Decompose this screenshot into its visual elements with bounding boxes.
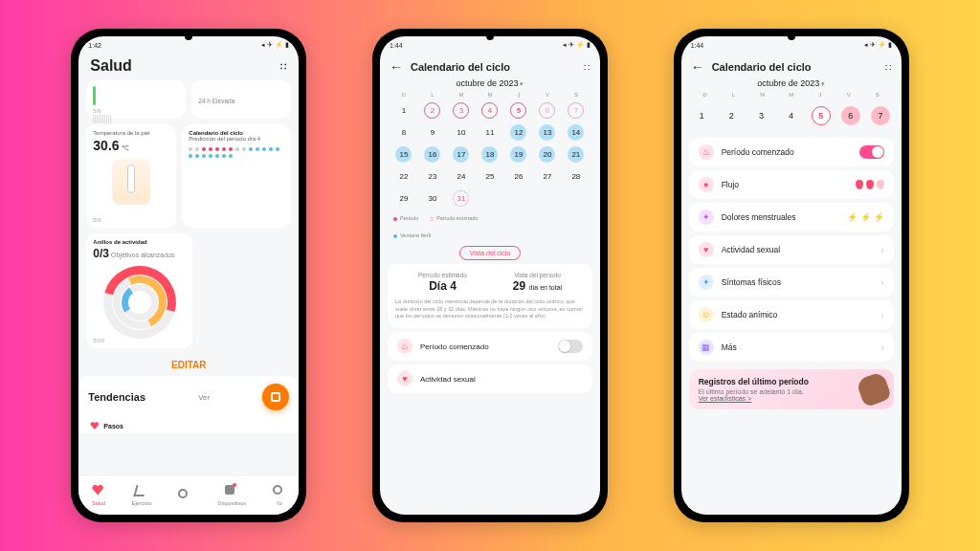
sexual-activity-row[interactable]: ♥ Actividad sexual [388, 364, 592, 393]
period-started-row[interactable]: ♨ Período comenzado [388, 332, 592, 361]
flame-icon: ♨ [699, 144, 714, 160]
chevron-right-icon: › [880, 310, 883, 320]
back-icon[interactable]: ← [691, 59, 704, 75]
chevron-right-icon: › [880, 277, 883, 288]
bolt-icon: ✦ [699, 209, 714, 225]
row-more[interactable]: ▦ Más› [689, 333, 894, 362]
heart-icon: ♥ [699, 242, 714, 257]
calendar-grid[interactable]: 1 2 3 4 5 6 7 8 9 10 11 12 13 14 15 16 1… [380, 98, 600, 211]
row-flow[interactable]: ● Flujo [689, 170, 894, 199]
flow-level[interactable] [856, 180, 884, 189]
row-mood[interactable]: ☺ Estado anímico› [689, 300, 894, 329]
cycle-dots [189, 147, 284, 158]
stress-card[interactable]: 5/9 [86, 80, 186, 119]
nav-watch[interactable] [178, 489, 191, 502]
row-period-started[interactable]: ♨ Período comenzado [689, 138, 894, 166]
pain-level[interactable]: ⚡⚡⚡ [847, 212, 884, 222]
row-sexual-activity[interactable]: ♥ Actividad sexual› [689, 235, 894, 264]
activity-rings-card[interactable]: Anillos de actividad 0/3Objetivos alcanz… [86, 233, 192, 348]
activity-rings-icon [103, 266, 176, 339]
smiley-icon: ☺ [699, 307, 714, 322]
phone-calendar-week: 1:44◂ ✈ ⚡ ▮ ← Calendario del ciclo ∷ oct… [674, 29, 909, 522]
week-row[interactable]: 1 2 3 4 5 6 7 [681, 98, 902, 134]
chevron-right-icon: › [880, 342, 883, 353]
sparkle-icon: ✦ [699, 275, 714, 290]
cycle-info-card: Período estimadoDía 4 Vista del período2… [388, 264, 592, 328]
flame-icon: ♨ [397, 339, 412, 354]
bottom-nav: Salud Ejercicio Dispositivos Yo [78, 474, 299, 515]
toggle-off[interactable] [558, 340, 583, 353]
toggle-on[interactable] [859, 145, 884, 159]
edit-button[interactable]: EDITAR [78, 354, 299, 376]
more-icon[interactable]: ∷ [584, 62, 590, 73]
nav-health[interactable]: Salud [92, 485, 105, 506]
phone-health: 1:42 ◂ ✈ ⚡ ▮ Salud ∷ 5/9 24 h Elevada Te… [71, 29, 306, 522]
grid-icon: ▦ [699, 340, 714, 355]
chevron-right-icon: › [880, 245, 883, 255]
nav-me[interactable]: Yo [273, 485, 286, 506]
skin-temp-card[interactable]: Temperatura de la piel 30.6℃ 5/9 [86, 124, 176, 228]
page-title: Salud [90, 57, 132, 75]
month-selector[interactable]: octubre de 2023 [380, 77, 600, 92]
row-cramps[interactable]: ✦ Dolores menstruales ⚡⚡⚡ [689, 203, 894, 231]
month-selector[interactable]: octubre de 2023 [681, 77, 902, 92]
cycle-view-button[interactable]: Vista del ciclo [459, 246, 522, 260]
more-icon[interactable]: ∷ [280, 61, 287, 72]
status-icons: ◂ ✈ ⚡ ▮ [261, 41, 289, 49]
cycle-calendar-card[interactable]: Calendario del ciclo Predicción del perí… [182, 124, 291, 228]
status-time: 1:42 [88, 42, 101, 49]
drop-icon: ● [699, 177, 714, 192]
nav-exercise[interactable]: Ejercicio [132, 485, 152, 506]
row-symptoms[interactable]: ✦ Síntomas físicos› [689, 268, 894, 297]
stats-link[interactable]: Ver estadísticas > [699, 395, 884, 402]
calendar-legend: Período Período estimado Ventana fértil [380, 211, 600, 242]
back-icon[interactable]: ← [390, 59, 403, 75]
more-icon[interactable]: ∷ [885, 62, 892, 73]
phone-calendar-month: 1:44◂ ✈ ⚡ ▮ ← Calendario del ciclo ∷ oct… [372, 29, 608, 522]
last-period-card[interactable]: Registros del último período El último p… [689, 369, 894, 409]
trends-section[interactable]: Tendencias Ver [78, 376, 299, 418]
fab-button[interactable] [262, 384, 289, 410]
heart-icon: ♥ [397, 371, 412, 386]
thermometer-icon [112, 159, 150, 205]
heart-icon [90, 422, 99, 430]
nav-devices[interactable]: Dispositivos [218, 485, 246, 506]
elevation-card[interactable]: 24 h Elevada [191, 80, 291, 119]
